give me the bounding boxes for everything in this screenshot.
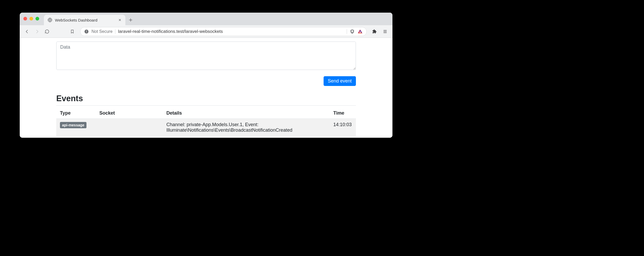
hamburger-icon [383,29,387,34]
not-secure-icon [84,29,89,34]
col-header-type: Type [56,108,96,119]
page-content: Send event Events Type Socket Details Ti… [56,38,356,136]
table-header-row: Type Socket Details Time [56,108,356,119]
cell-socket [96,119,163,136]
menu-button[interactable] [381,27,389,36]
plus-icon [128,18,133,22]
close-window-button[interactable] [23,17,27,21]
back-icon [25,29,29,34]
cell-type: api-message [56,119,96,136]
address-bar[interactable]: Not Secure laravel-real-time-notificatio… [80,27,367,36]
col-header-time: Time [330,108,356,119]
separator [347,29,347,34]
tab-title: WebSockets Dashboard [55,18,115,22]
maximize-window-button[interactable] [35,17,39,21]
reload-icon [45,29,49,34]
forward-icon [35,29,39,34]
browser-toolbar: Not Secure laravel-real-time-notificatio… [20,25,392,38]
separator [115,29,115,34]
col-header-socket: Socket [96,108,163,119]
col-header-details: Details [163,108,330,119]
brave-shields-icon[interactable] [350,29,355,34]
send-row: Send event [56,76,356,86]
url-text: laravel-real-time-notifications.test/lar… [118,29,344,34]
send-event-button[interactable]: Send event [324,76,356,86]
window-controls [23,17,39,21]
close-tab-icon[interactable] [118,18,122,22]
reload-button[interactable] [43,27,51,36]
bookmark-button[interactable] [68,27,76,36]
tab-bar: WebSockets Dashboard [20,13,392,25]
new-tab-button[interactable] [125,15,136,25]
svg-rect-3 [86,32,87,33]
browser-window: WebSockets Dashboard Not Secure laravel-… [20,13,392,138]
back-button[interactable] [23,27,31,36]
data-textarea[interactable] [56,42,356,70]
cell-time: 14:10:03 [330,119,356,136]
minimize-window-button[interactable] [29,17,33,21]
svg-rect-2 [86,30,87,32]
page-viewport: Send event Events Type Socket Details Ti… [20,38,392,138]
events-table: Type Socket Details Time api-message Cha… [56,108,356,136]
events-heading: Events [56,94,356,106]
bookmark-icon [70,29,74,34]
forward-button[interactable] [33,27,41,36]
table-row: api-message Channel: private-App.Models.… [56,119,356,136]
extensions-button[interactable] [370,27,379,36]
not-secure-label: Not Secure [91,29,113,34]
type-badge: api-message [60,122,86,128]
puzzle-icon [372,29,377,34]
globe-icon [48,18,52,22]
cell-details: Channel: private-App.Models.User.1, Even… [163,119,330,136]
browser-tab[interactable]: WebSockets Dashboard [44,15,125,25]
brave-rewards-icon[interactable] [357,29,363,34]
